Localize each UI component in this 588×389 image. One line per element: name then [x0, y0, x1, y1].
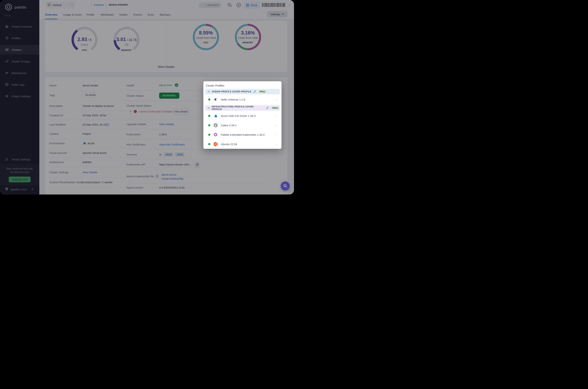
book-icon	[246, 4, 249, 7]
docs-button[interactable]: Docs	[244, 2, 260, 9]
gear-icon: ⚙	[5, 94, 9, 98]
server-icon	[5, 48, 9, 52]
chat-icon[interactable]	[227, 2, 232, 8]
user-menu-chevron-icon[interactable]	[288, 4, 290, 6]
profile-pack-name: Palette eXtended Kubernetes 1.30.4	[221, 133, 265, 136]
tab-overview[interactable]: Overview	[45, 10, 57, 19]
tab-workloads[interactable]: Workloads	[101, 10, 114, 19]
popup-title: Cluster Profiles	[206, 84, 224, 87]
tab-events[interactable]: Events	[133, 10, 142, 19]
detail-value-architecture: AMD64	[83, 161, 91, 164]
docs-label: Docs	[251, 4, 257, 7]
sidebar-item-project-settings[interactable]: ⚙ Project Settings	[0, 92, 39, 101]
more-details-button[interactable]: More Details	[155, 65, 177, 70]
proj-badge: PROJ	[258, 90, 267, 93]
tab-backups[interactable]: Backups	[160, 10, 170, 19]
cpu-total-value: / 8	[88, 38, 91, 42]
detail-label: Health	[127, 84, 134, 87]
tab-label: Workloads	[101, 13, 114, 16]
upgrade-details-link[interactable]: View Details	[159, 123, 174, 126]
kubeconfig-download-link[interactable]: admin.azure- cluster.kubeconfig	[161, 173, 183, 181]
view-k8s-certificates-link[interactable]: View K8s Certificates	[159, 143, 185, 146]
profile-row-palette-extended-kubernetes[interactable]: Palette eXtended Kubernetes 1.30.4 ›	[205, 130, 280, 139]
link-icon[interactable]	[253, 90, 256, 93]
info-icon[interactable]	[156, 175, 159, 178]
copy-icon	[196, 163, 198, 166]
settings-label: Settings	[270, 13, 280, 16]
upgrade-now-button[interactable]: Upgrade now	[9, 177, 31, 182]
sidebar-item-project-overview[interactable]: Project Overview	[0, 22, 39, 31]
breadcrumb-clusters-link[interactable]: Clusters	[94, 3, 104, 6]
assistant-search-fab[interactable]	[281, 181, 290, 190]
sidebar-item-audit-logs[interactable]: Audit Logs	[0, 80, 39, 89]
sidebar-item-profiles[interactable]: Profiles	[0, 33, 39, 43]
profile-row-calico[interactable]: Calico 3.26.1 ›	[205, 121, 280, 130]
profile-pack-name: Calico 3.26.1	[221, 124, 237, 127]
detail-label: Name	[49, 84, 56, 87]
footer-brand-spectro: spectro	[10, 188, 19, 191]
addon-profile-title: ADDON PROFILE AZURE-PROFILE	[212, 90, 252, 93]
tab-usage-costs[interactable]: Usage & Costs	[63, 10, 82, 19]
link-icon[interactable]	[266, 106, 269, 109]
status-dot-green	[208, 115, 210, 117]
detail-label: Cloud Account	[49, 151, 67, 154]
service-port-8080-link[interactable]: :8080	[164, 152, 173, 157]
detail-label: Context	[49, 132, 59, 135]
chevron-down-icon	[208, 91, 210, 92]
status-dot-green	[208, 133, 210, 136]
status-dot-green	[208, 124, 210, 127]
memory-gauge-caption: MEMORY	[112, 49, 141, 52]
sidebar-item-cluster-groups[interactable]: Cluster Groups	[0, 57, 39, 66]
bar-chart-icon	[5, 25, 9, 29]
info-icon[interactable]	[106, 123, 109, 126]
sidebar-item-label: Profiles	[12, 37, 21, 40]
cpu-gauge-caption: CPU	[70, 49, 99, 52]
profile-pack-name: Hello Universe 1.2.0	[221, 98, 245, 101]
sidebar-collapse-chevron[interactable]	[31, 187, 34, 192]
view-details-button[interactable]: View details	[173, 108, 189, 115]
detail-label: Last Modified	[49, 123, 65, 126]
cluster-settings-view-details-link[interactable]: View Details	[83, 171, 97, 174]
tab-profile[interactable]: Profile	[86, 10, 94, 19]
tab-nodes[interactable]: Nodes	[119, 10, 128, 19]
row-divider	[127, 149, 268, 150]
detail-value-description: Cluster to deploy to Azure.	[83, 104, 114, 107]
sidebar-item-label: Project Settings	[12, 95, 31, 98]
tools-icon	[5, 157, 9, 161]
sidebar-item-workspaces[interactable]: Workspaces	[0, 68, 39, 78]
profile-row-azure-disk-csi[interactable]: Azure Disk CSI Driver 1.28.3 ›	[205, 111, 280, 121]
infrastructure-profile-section-header[interactable]: INFRASTRUCTURE PROFILE AZURE-PROFILE PRO…	[205, 105, 280, 111]
compass-icon[interactable]	[236, 2, 241, 8]
detail-label: Cluster Settings	[49, 171, 69, 174]
project-selector-dropdown[interactable]: Default	[45, 1, 75, 9]
breadcrumb-current: azure-cluster	[109, 3, 128, 6]
detail-label: Cluster Detail Status	[127, 104, 151, 107]
upgrade-promo-panel: Start small and only pay for what you us…	[0, 164, 39, 185]
usage-overview-card: 2.93 / 8 Cores CPU 3.01 / 16.76 Gb MEMOR…	[45, 21, 287, 72]
detail-value-environment: Azure	[87, 142, 95, 145]
sidebar-item-label: Clusters	[12, 48, 22, 51]
copy-button[interactable]	[194, 162, 200, 168]
chevron-right-icon: ›	[276, 97, 277, 101]
tab-scan[interactable]: Scan	[147, 10, 154, 19]
chevron-down-icon	[208, 107, 210, 109]
settings-button[interactable]: Settings	[267, 11, 287, 17]
addon-profile-section-header[interactable]: ADDON PROFILE AZURE-PROFILE PROJ	[205, 89, 280, 94]
service-name: ui	[159, 153, 161, 156]
kubernetes-version: 1.30.4	[159, 133, 167, 136]
sidebar-item-label: Cluster Groups	[12, 60, 30, 63]
profile-row-ubuntu[interactable]: Ubuntu 22.04 ›	[205, 139, 280, 149]
service-port-3000-link[interactable]: :3000	[175, 152, 184, 157]
tab-label: Scan	[147, 13, 154, 16]
detail-label: Architecture	[49, 161, 64, 164]
sidebar-item-tenant-settings[interactable]: Tenant Settings	[0, 155, 39, 164]
proj-badge: PROJ	[271, 106, 280, 110]
user-account-name-redacted[interactable]	[262, 3, 285, 7]
profile-row-hello-universe[interactable]: Hello Universe 1.2.0 ›	[205, 95, 280, 104]
project-chart-icon	[48, 3, 51, 7]
expand-chevron-icon[interactable]	[129, 110, 131, 113]
memory-donut-label: MEMORY	[233, 41, 262, 44]
tag-pill: ms-azure	[83, 93, 98, 97]
tab-label: Overview	[45, 13, 57, 16]
sidebar-item-clusters[interactable]: Clusters	[0, 45, 39, 54]
